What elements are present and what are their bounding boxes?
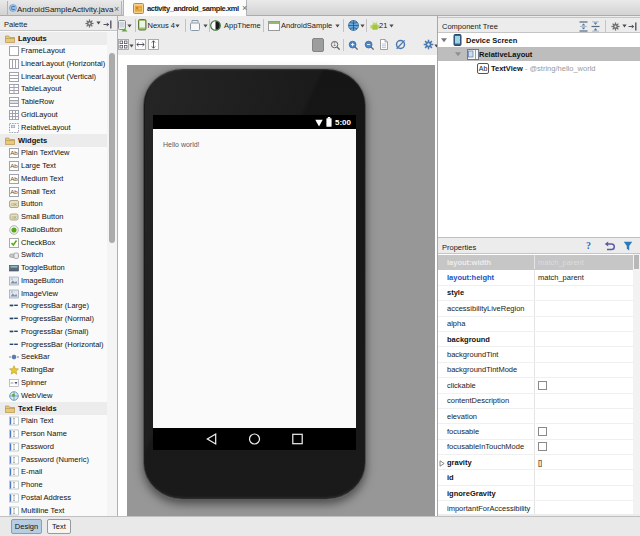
svg-text:Ab: Ab <box>10 175 18 182</box>
svg-text:OK: OK <box>11 216 17 220</box>
svg-text:Ab: Ab <box>479 65 488 72</box>
svg-text:C: C <box>11 5 15 11</box>
svg-text:1: 1 <box>333 42 336 47</box>
svg-text:Ab: Ab <box>10 188 18 195</box>
svg-text:OK: OK <box>11 202 17 207</box>
svg-text:Ab: Ab <box>10 150 18 157</box>
svg-text:Ab: Ab <box>10 162 18 169</box>
